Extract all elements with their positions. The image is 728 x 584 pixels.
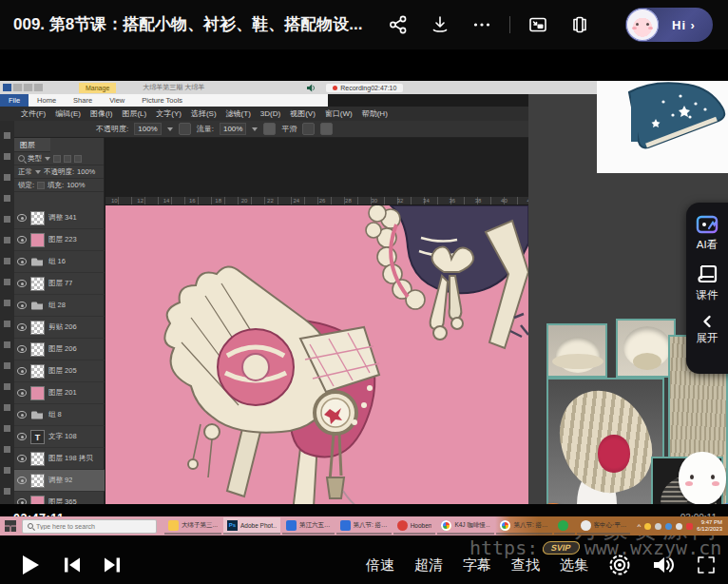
opacity-value[interactable]: 100% <box>134 123 161 135</box>
taskbar-app[interactable]: 第江六五… <box>282 517 335 535</box>
taskbar-app[interactable]: Hooben <box>393 517 436 535</box>
layer-visibility-eye-icon[interactable] <box>17 258 27 265</box>
lock-icon[interactable] <box>37 182 45 189</box>
layer-thumbnail[interactable] <box>30 408 45 422</box>
ai-view-button[interactable]: AI看 <box>686 214 728 252</box>
illustration-canvas[interactable] <box>105 205 528 535</box>
pressure-size-icon[interactable] <box>320 123 333 135</box>
layer-thumbnail[interactable] <box>30 364 45 379</box>
layer-name[interactable]: 图层 77 <box>48 279 72 288</box>
layer-thumbnail[interactable]: T <box>30 430 45 444</box>
layer-name[interactable]: 图层 205 <box>48 366 77 376</box>
layer-visibility-eye-icon[interactable] <box>17 280 27 287</box>
fill-value[interactable]: 100% <box>67 181 85 189</box>
photoshop-menu-item[interactable]: 图像(I) <box>86 108 117 119</box>
layer-thumbnail[interactable] <box>30 386 45 400</box>
taskbar-app[interactable]: 第八节: 搭… <box>336 517 392 535</box>
photoshop-menu-item[interactable]: 滤镜(T) <box>222 108 255 119</box>
layer-opacity-value[interactable]: 100% <box>77 167 95 176</box>
start-button[interactable] <box>5 520 16 532</box>
layer-row[interactable]: T 文字 108 <box>14 426 105 448</box>
layer-name[interactable]: 文字 108 <box>48 432 77 441</box>
photoshop-menu-item[interactable]: 窗口(W) <box>321 108 356 119</box>
tray-icon[interactable] <box>686 523 693 530</box>
play-button[interactable] <box>15 551 44 579</box>
layer-name[interactable]: 图层 201 <box>48 388 77 398</box>
photoshop-menu-item[interactable]: 帮助(H) <box>358 108 392 119</box>
layer-row[interactable]: 剪贴 206 <box>14 317 105 339</box>
explorer-ribbon-tab[interactable]: Share <box>65 94 101 107</box>
photoshop-menu-item[interactable]: 编辑(E) <box>51 108 85 119</box>
photoshop-menu-item[interactable]: 文件(F) <box>17 108 49 119</box>
layer-row[interactable]: 图层 206 <box>14 339 105 360</box>
layer-thumbnail[interactable] <box>30 233 45 247</box>
layer-thumbnail[interactable] <box>30 321 45 335</box>
layer-visibility-eye-icon[interactable] <box>17 433 27 440</box>
layer-visibility-eye-icon[interactable] <box>17 477 27 484</box>
layer-name[interactable]: 组 8 <box>48 410 62 419</box>
layer-name[interactable]: 调整 341 <box>48 213 77 223</box>
tray-icon[interactable] <box>644 523 651 530</box>
explorer-ribbon-tab[interactable]: View <box>101 94 133 107</box>
photoshop-menu-item[interactable]: 图层(L) <box>118 108 150 119</box>
layers-tab[interactable]: 图层 <box>14 138 50 152</box>
layer-name[interactable]: 剪贴 206 <box>48 322 77 332</box>
layer-row[interactable]: 图层 198 拷贝 <box>14 448 105 470</box>
taskbar-app[interactable]: 第八节: 搭… <box>496 517 551 535</box>
photoshop-menu-item[interactable]: 视图(V) <box>286 108 319 119</box>
tray-icon[interactable] <box>676 523 682 530</box>
volume-button[interactable] <box>651 554 676 576</box>
next-episode-button[interactable] <box>99 552 125 578</box>
layer-thumbnail[interactable] <box>30 277 45 291</box>
layer-row[interactable]: 组 28 <box>14 295 105 317</box>
user-avatar-button[interactable]: Hi › <box>625 8 713 42</box>
layer-row[interactable]: 组 16 <box>14 251 105 273</box>
video-frame[interactable]: Manage 大绵羊第三期 大绵羊 Recording02:47:10 File… <box>0 49 728 504</box>
taskbar-search-input[interactable] <box>36 523 131 530</box>
layer-row[interactable]: 图层 205 <box>14 360 105 382</box>
more-options-button[interactable] <box>468 10 496 39</box>
pressure-opacity-icon[interactable] <box>179 123 191 135</box>
mini-player-button[interactable] <box>524 10 552 39</box>
layer-visibility-eye-icon[interactable] <box>17 367 27 375</box>
layer-visibility-eye-icon[interactable] <box>17 323 27 331</box>
explorer-ribbon-tab[interactable]: File <box>0 94 29 107</box>
taskbar-app[interactable]: 大绵子第三… <box>164 517 221 535</box>
filter-icon[interactable] <box>53 155 61 163</box>
layer-thumbnail[interactable] <box>30 474 45 488</box>
smoothing-gear-icon[interactable] <box>302 123 315 135</box>
player-menu-button[interactable]: 选集 <box>560 556 588 574</box>
layer-row[interactable]: 调整 92 <box>14 470 105 492</box>
player-menu-button[interactable]: 查找 <box>511 556 540 574</box>
explorer-ribbon-tab[interactable]: Picture Tools <box>133 94 191 107</box>
layer-name[interactable]: 图层 223 <box>48 235 77 244</box>
photoshop-menu-item[interactable]: 选择(S) <box>187 108 220 119</box>
layer-thumbnail[interactable] <box>30 255 45 269</box>
layer-name[interactable]: 组 16 <box>48 257 66 266</box>
layer-visibility-eye-icon[interactable] <box>17 455 27 462</box>
courseware-button[interactable]: 课件 <box>686 264 728 302</box>
layer-row[interactable]: 组 8 <box>14 404 105 426</box>
filter-icon[interactable] <box>74 155 82 163</box>
tray-expand-chevron[interactable]: ^ <box>638 522 642 531</box>
ps-toolbox[interactable] <box>0 121 14 535</box>
flow-value[interactable]: 100% <box>220 123 246 135</box>
layer-visibility-eye-icon[interactable] <box>17 389 27 397</box>
fullscreen-button[interactable] <box>696 555 717 575</box>
layer-visibility-eye-icon[interactable] <box>17 302 27 309</box>
taskbar-app[interactable]: Ps Adobe Phot… <box>223 517 280 535</box>
explorer-ribbon-tab[interactable]: Home <box>29 94 65 107</box>
share-button[interactable] <box>384 10 412 39</box>
layer-visibility-eye-icon[interactable] <box>17 214 27 222</box>
layer-thumbnail[interactable] <box>30 342 45 357</box>
layer-row[interactable]: 图层 77 <box>14 273 105 295</box>
layer-visibility-eye-icon[interactable] <box>17 411 27 419</box>
filter-icon[interactable] <box>64 155 71 163</box>
layer-thumbnail[interactable] <box>30 452 45 466</box>
layer-name[interactable]: 调整 92 <box>48 476 72 485</box>
cast-button[interactable] <box>565 10 594 39</box>
player-menu-button[interactable]: 字幕 <box>463 556 491 574</box>
layer-row[interactable]: 图层 201 <box>14 382 105 404</box>
layer-row[interactable]: 图层 223 <box>14 229 105 251</box>
player-menu-button[interactable]: 倍速 <box>366 556 394 574</box>
